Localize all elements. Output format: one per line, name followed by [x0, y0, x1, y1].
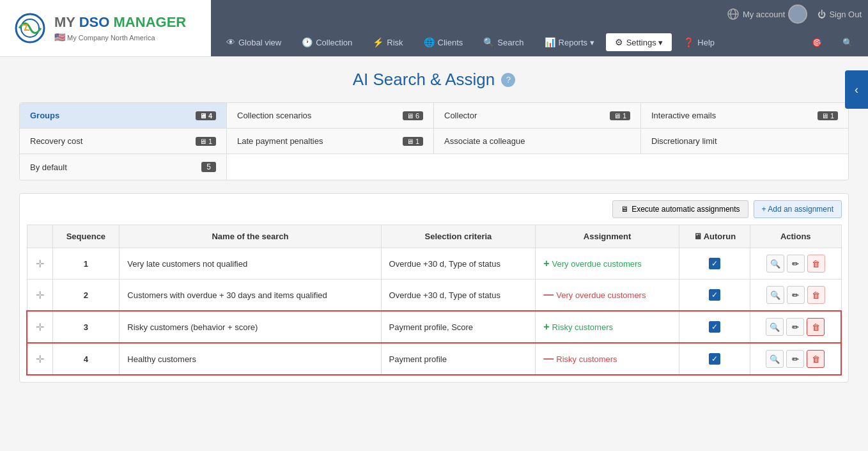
- drag-handle-4[interactable]: ✛: [27, 343, 52, 375]
- badge-icon3: 🖥: [614, 112, 621, 120]
- execute-assignments-label: Execute automatic assignments: [632, 205, 740, 214]
- nav-clients[interactable]: 🌐 Clients: [415, 33, 472, 51]
- autorun-4: ✓: [679, 343, 750, 375]
- back-button[interactable]: ‹: [845, 70, 868, 109]
- tab-associate-colleague-label: Associate a colleague: [444, 136, 525, 146]
- seq-4: 4: [52, 343, 120, 375]
- name-3: Risky customers (behavior + score): [120, 311, 381, 343]
- tabs-grid: Groups 🖥 4 Collection scenarios 🖥 6 Coll…: [19, 102, 849, 180]
- delete-btn-2[interactable]: 🗑: [807, 286, 825, 304]
- help-icon[interactable]: ?: [501, 73, 515, 87]
- tab-associate-colleague[interactable]: Associate a colleague: [434, 129, 641, 154]
- tab-empty-2: [434, 154, 641, 180]
- th-autorun: 🖥 Autorun: [679, 225, 750, 248]
- add-assignment-label: + Add an assignment: [762, 205, 833, 214]
- nav-search-icon[interactable]: 🔍: [833, 34, 862, 51]
- edit-btn-2[interactable]: ✏: [787, 286, 805, 304]
- nav-reports[interactable]: 📊 Reports ▾: [536, 33, 603, 51]
- actions-4: 🔍 ✏ 🗑: [750, 343, 841, 375]
- nav-search[interactable]: 🔍 Search: [474, 33, 532, 51]
- checkbox-4[interactable]: ✓: [709, 353, 720, 365]
- sign-out-label: Sign Out: [829, 10, 862, 19]
- th-sequence: Sequence: [52, 225, 120, 248]
- tab-recovery-cost[interactable]: Recovery cost 🖥 1: [20, 129, 227, 154]
- nav-global-view[interactable]: 👁 Global view: [217, 33, 290, 51]
- eye-icon: 👁: [226, 37, 235, 47]
- delete-btn-4[interactable]: 🗑: [807, 350, 825, 368]
- nav-target-icon[interactable]: 🎯: [803, 34, 831, 51]
- table-row: ✛ 3 Risky customers (behavior + score) P…: [27, 311, 841, 343]
- drag-handle-2[interactable]: ✛: [27, 280, 52, 312]
- execute-assignments-button[interactable]: 🖥 Execute automatic assignments: [612, 200, 748, 218]
- edit-btn-3[interactable]: ✏: [786, 318, 804, 336]
- tab-groups-badge: 🖥 4: [196, 111, 216, 120]
- my-account-link[interactable]: My account: [727, 4, 807, 24]
- assign-symbol-1: +: [543, 258, 549, 269]
- th-drag: [27, 225, 52, 248]
- tab-by-default[interactable]: By default 5: [20, 154, 227, 180]
- nav-collection[interactable]: 🕐 Collection: [293, 33, 361, 51]
- criteria-2: Overdue +30 d, Type of status: [381, 280, 536, 312]
- checkbox-2[interactable]: ✓: [709, 289, 720, 301]
- target-icon: 🎯: [812, 38, 822, 47]
- delete-btn-1[interactable]: 🗑: [807, 255, 825, 273]
- tab-groups-label: Groups: [30, 111, 59, 120]
- tab-collection-scenarios[interactable]: Collection scenarios 🖥 6: [227, 103, 434, 129]
- power-icon: ⏻: [818, 10, 826, 19]
- name-1: Very late customers not qualified: [120, 248, 381, 280]
- nav-search-label: Search: [497, 38, 523, 47]
- nav-reports-label: Reports ▾: [559, 38, 594, 47]
- drag-handle-1[interactable]: ✛: [27, 248, 52, 280]
- brand-subtitle: My Company North America: [67, 34, 155, 42]
- assignment-1: + Very overdue customers: [536, 248, 679, 280]
- assignment-3: + Risky customers: [536, 311, 679, 343]
- nav-risk[interactable]: ⚡ Risk: [364, 33, 412, 51]
- nav-clients-label: Clients: [438, 38, 463, 47]
- autorun-icon: 🖥: [694, 232, 702, 241]
- tab-groups[interactable]: Groups 🖥 4: [20, 103, 227, 129]
- tab-collector-label: Collector: [444, 111, 477, 120]
- table-row: ✛ 4 Healthy customers Payment profile — …: [27, 343, 841, 375]
- criteria-1: Overdue +30 d, Type of status: [381, 248, 536, 280]
- clock-icon: 🕐: [302, 37, 313, 47]
- assign-label-3: Risky customers: [552, 322, 613, 332]
- delete-btn-3[interactable]: 🗑: [807, 318, 825, 336]
- search-btn-1[interactable]: 🔍: [766, 255, 784, 273]
- avatar: [788, 4, 807, 24]
- table-section: 🖥 Execute automatic assignments + Add an…: [19, 193, 849, 383]
- tab-interactive-emails[interactable]: Interactive emails 🖥 1: [641, 103, 848, 129]
- tab-collection-scenarios-label: Collection scenarios: [237, 111, 311, 120]
- nav-help[interactable]: ❓ Help: [674, 33, 724, 51]
- nav-global-view-label: Global view: [238, 38, 281, 47]
- page-title: AI Search & Assign ?: [19, 70, 849, 90]
- brand-logo: MY DSO MANAGER 🇺🇸 My Company North Ameri…: [0, 0, 211, 56]
- search-btn-2[interactable]: 🔍: [766, 286, 784, 304]
- badge-icon6: 🖥: [407, 138, 414, 145]
- search-btn-4[interactable]: 🔍: [766, 350, 784, 368]
- nav-settings[interactable]: ⚙ Settings ▾: [606, 33, 672, 51]
- badge-icon4: 🖥: [821, 112, 828, 120]
- table-toolbar: 🖥 Execute automatic assignments + Add an…: [26, 200, 842, 218]
- nav-settings-label: Settings ▾: [626, 38, 663, 47]
- checkbox-3[interactable]: ✓: [709, 321, 720, 333]
- nav-bar: 👁 Global view 🕐 Collection ⚡ Risk 🌐 Clie…: [211, 28, 868, 56]
- edit-btn-4[interactable]: ✏: [786, 350, 804, 368]
- search-btn-3[interactable]: 🔍: [766, 318, 784, 336]
- autorun-3: ✓: [679, 311, 750, 343]
- assign-label-4: Risky customers: [556, 354, 617, 364]
- edit-btn-1[interactable]: ✏: [787, 255, 805, 273]
- checkbox-1[interactable]: ✓: [709, 258, 720, 269]
- add-assignment-button[interactable]: + Add an assignment: [754, 200, 842, 218]
- assign-label-1: Very overdue customers: [552, 259, 642, 269]
- sign-out-link[interactable]: ⏻ Sign Out: [818, 10, 862, 19]
- badge-icon: 🖥: [199, 112, 206, 120]
- autorun-2: ✓: [679, 280, 750, 312]
- tab-late-payment[interactable]: Late payment penalties 🖥 1: [227, 129, 434, 154]
- tab-discretionary-limit[interactable]: Discretionary limit: [641, 129, 848, 154]
- drag-handle-3[interactable]: ✛: [27, 311, 52, 343]
- seq-3: 3: [52, 311, 120, 343]
- nav-collection-label: Collection: [316, 38, 352, 47]
- tab-collector[interactable]: Collector 🖥 1: [434, 103, 641, 129]
- brand-my: MY: [54, 14, 75, 30]
- assign-symbol-3: +: [543, 321, 549, 333]
